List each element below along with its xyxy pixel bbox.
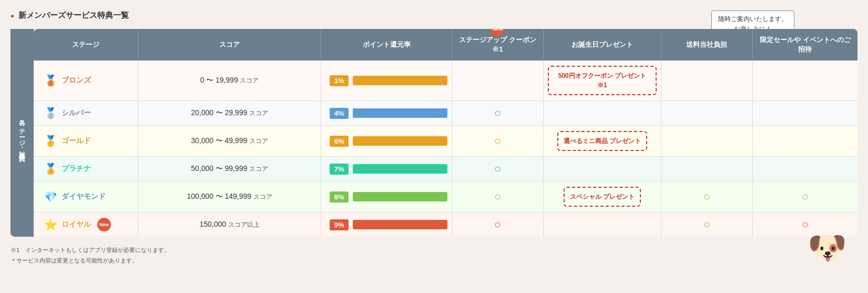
cell-birthday (544, 157, 661, 181)
th-score: スコア (138, 29, 321, 60)
footnote-2: ＊サービス内容は変更となる可能性があります。 (11, 256, 857, 266)
cell-birthday: 500円オフクーポン プレゼント※1 (544, 60, 661, 101)
side-label-text: 各ステージ・対象特典 (17, 114, 27, 152)
side-label: 各ステージ・対象特典 (11, 29, 34, 237)
bar-bg (353, 192, 447, 201)
cell-coupon: ○ (452, 181, 544, 213)
percent-label: 4% (330, 108, 349, 119)
birthday-dashed-box: スペシャル プレゼント (564, 187, 641, 207)
shipping-circle: ○ (703, 218, 710, 231)
table-row: 🥈シルバー20,000 〜 29,999 スコア 4% ○ (34, 101, 857, 126)
members-table-wrapper: 各ステージ・対象特典 ステージ スコア ポイント還元率 (11, 29, 857, 237)
cell-shipping (661, 101, 753, 126)
cell-point-rate: 7% (321, 157, 452, 181)
cell-coupon: ○ (452, 126, 544, 157)
cell-coupon: ○ (452, 213, 544, 237)
percent-label: 7% (330, 164, 349, 175)
th-event: 限定セールや イベントへのご招待 (753, 29, 857, 60)
stage-icon: ⭐ (44, 218, 57, 231)
new-badge-coupon: New (490, 29, 505, 36)
cell-coupon: ○ (452, 101, 544, 126)
dog-mascot: 🐶 (808, 229, 847, 266)
coupon-circle: ○ (494, 134, 501, 147)
page-container: 随時ご案内いたします。 お楽しみに！ New 新メンバーズサービス特典一覧 各ス… (11, 11, 857, 266)
shipping-circle: ○ (703, 190, 710, 203)
birthday-dashed-box: 500円オフクーポン プレゼント※1 (548, 66, 657, 95)
cell-stage: 🏅プラチナ (34, 157, 138, 181)
percent-label: 6% (330, 136, 349, 147)
cell-shipping (661, 60, 753, 101)
cell-score: 100,000 〜 149,999 スコア (138, 181, 321, 213)
new-badge-royal: New (97, 218, 111, 231)
bar-bg (353, 220, 447, 229)
cell-point-rate: 9% (321, 213, 452, 237)
cell-point-rate: 6% (321, 126, 452, 157)
cell-score: 0 〜 19,999 スコア (138, 60, 321, 101)
cell-event: ○ (753, 181, 857, 213)
cell-event (753, 101, 857, 126)
stage-icon: 🥇 (44, 135, 57, 147)
percent-label: 1% (330, 75, 349, 86)
cell-shipping (661, 126, 753, 157)
benefits-table: ステージ スコア ポイント還元率 New ステージアップ クーポン※1 (34, 29, 857, 237)
main-table-wrap: ステージ スコア ポイント還元率 New ステージアップ クーポン※1 (34, 29, 857, 237)
cell-birthday (544, 213, 661, 237)
bar-bg (353, 136, 447, 146)
cell-coupon: ○ (452, 157, 544, 181)
cell-event (753, 126, 857, 157)
cell-stage: 🥇ゴールド (34, 126, 138, 157)
cell-coupon (452, 60, 544, 101)
cell-birthday: 選べるミニ商品 プレゼント (544, 126, 661, 157)
percent-label: 8% (330, 191, 349, 203)
topnote-line1: 随時ご案内いたします。 (718, 15, 788, 23)
bar-bg (353, 76, 447, 85)
cell-score: 30,000 〜 49,999 スコア (138, 126, 321, 157)
table-row: 🏅プラチナ50,000 〜 99,999 スコア 7% ○ (34, 157, 857, 181)
bar-bg (353, 108, 447, 118)
stage-icon: 🥉 (44, 74, 57, 87)
th-point-rate: ポイント還元率 (321, 29, 452, 60)
footnote-1: ※1 インターネットもしくはアプリ登録が必要になります。 (11, 245, 857, 256)
cell-score: 150,000 スコア以上 (138, 213, 321, 237)
table-row: ⭐ロイヤルNew150,000 スコア以上 9% ○○○ (34, 213, 857, 237)
th-birthday: お誕生日プレゼント (544, 29, 661, 60)
birthday-dashed-box: 選べるミニ商品 プレゼント (557, 131, 647, 151)
cell-stage: 🥉ブロンズ (34, 60, 138, 101)
coupon-circle: ○ (494, 218, 501, 231)
th-shipping: 送料当社負担 (661, 29, 753, 60)
stage-icon: 🥈 (44, 107, 57, 119)
cell-shipping: ○ (661, 213, 753, 237)
cell-event (753, 157, 857, 181)
percent-label: 9% (330, 219, 349, 230)
cell-stage: 🥈シルバー (34, 101, 138, 126)
table-row: 🥇ゴールド30,000 〜 49,999 スコア 6% ○選べるミニ商品 プレゼ… (34, 126, 857, 157)
footnotes: ※1 インターネットもしくはアプリ登録が必要になります。 ＊サービス内容は変更と… (11, 245, 857, 266)
cell-birthday (544, 101, 661, 126)
cell-event (753, 60, 857, 101)
table-row: 💎ダイヤモンド100,000 〜 149,999 スコア 8% ○スペシャル プ… (34, 181, 857, 213)
cell-stage: 💎ダイヤモンド (34, 181, 138, 213)
cell-score: 20,000 〜 29,999 スコア (138, 101, 321, 126)
th-coupon: New ステージアップ クーポン※1 (452, 29, 544, 60)
coupon-circle: ○ (494, 190, 501, 203)
event-circle: ○ (802, 190, 809, 203)
cell-point-rate: 4% (321, 101, 452, 126)
cell-stage: ⭐ロイヤルNew (34, 213, 138, 237)
cell-point-rate: 8% (321, 181, 452, 213)
coupon-circle: ○ (494, 106, 501, 119)
page-title-text: 新メンバーズサービス特典一覧 (18, 11, 129, 21)
cell-birthday: スペシャル プレゼント (544, 181, 661, 213)
stage-icon: 💎 (44, 190, 57, 203)
stage-icon: 🏅 (44, 163, 57, 175)
table-row: 🥉ブロンズ0 〜 19,999 スコア 1% 500円オフクーポン プレゼント※… (34, 60, 857, 101)
th-stage: ステージ (34, 29, 138, 60)
cell-shipping: ○ (661, 181, 753, 213)
cell-shipping (661, 157, 753, 181)
bar-bg (353, 164, 447, 174)
cell-point-rate: 1% (321, 60, 452, 101)
cell-score: 50,000 〜 99,999 スコア (138, 157, 321, 181)
coupon-circle: ○ (494, 162, 501, 175)
